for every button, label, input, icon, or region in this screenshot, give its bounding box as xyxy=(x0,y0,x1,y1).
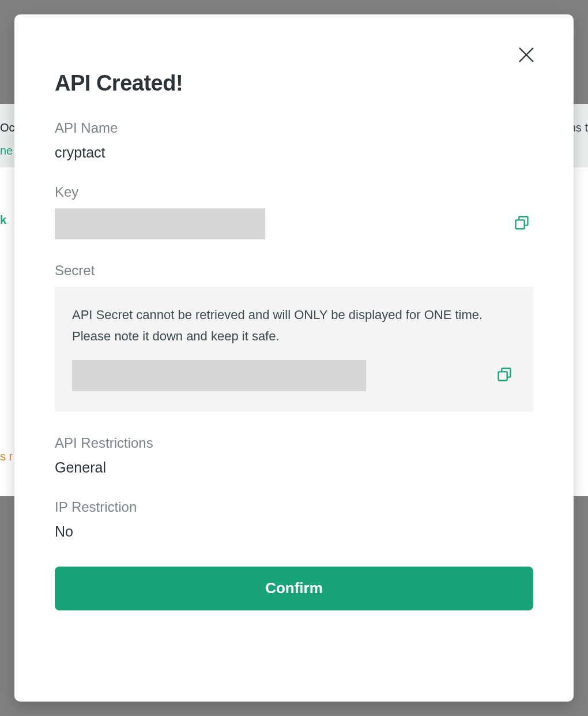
ip-restriction-label: IP Restriction xyxy=(55,499,533,515)
ip-restriction-section: IP Restriction No xyxy=(55,499,533,540)
api-name-label: API Name xyxy=(55,120,533,136)
api-restrictions-section: API Restrictions General xyxy=(55,435,533,476)
bg-text-fragment: s r xyxy=(0,450,13,463)
secret-section: Secret API Secret cannot be retrieved an… xyxy=(55,263,533,412)
bg-text-fragment: Oc xyxy=(0,121,15,134)
modal-title: API Created! xyxy=(55,71,533,96)
secret-row xyxy=(72,360,516,391)
confirm-button-label: Confirm xyxy=(265,579,323,597)
api-created-modal: API Created! API Name cryptact Key Secre… xyxy=(14,14,574,702)
bg-text-fragment: ne xyxy=(0,144,13,158)
close-icon xyxy=(516,44,537,68)
api-name-value: cryptact xyxy=(55,144,533,161)
copy-secret-button[interactable] xyxy=(493,364,516,387)
api-restrictions-value: General xyxy=(55,459,533,476)
ip-restriction-value: No xyxy=(55,523,533,540)
copy-key-button[interactable] xyxy=(510,212,533,235)
secret-warning-text: API Secret cannot be retrieved and will … xyxy=(72,304,516,347)
copy-icon xyxy=(496,366,512,385)
secret-panel: API Secret cannot be retrieved and will … xyxy=(55,287,533,412)
copy-icon xyxy=(514,215,530,233)
secret-value-redacted xyxy=(72,360,366,391)
key-label: Key xyxy=(55,184,533,200)
close-button[interactable] xyxy=(512,42,540,70)
api-name-section: API Name cryptact xyxy=(55,120,533,161)
svg-rect-5 xyxy=(499,372,507,380)
confirm-button[interactable]: Confirm xyxy=(55,567,533,610)
api-restrictions-label: API Restrictions xyxy=(55,435,533,451)
bg-text-fragment: k xyxy=(0,213,6,227)
key-value-redacted xyxy=(55,208,265,239)
secret-label: Secret xyxy=(55,263,533,279)
key-section: Key xyxy=(55,184,533,239)
key-row xyxy=(55,208,533,239)
svg-rect-3 xyxy=(516,220,525,228)
